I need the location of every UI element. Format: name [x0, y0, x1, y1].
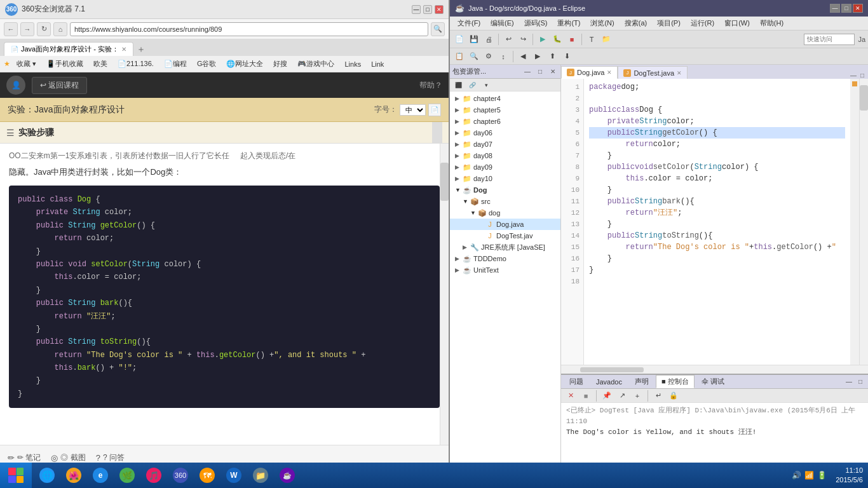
steps-scroll[interactable] [432, 122, 442, 143]
question-button[interactable]: ? ? 问答 [96, 452, 125, 463]
editor-scroll-thumb[interactable] [860, 85, 868, 111]
toolbar-redo[interactable]: ↪ [516, 32, 530, 46]
tree-day09[interactable]: ▶ 📁 day09 [450, 161, 560, 173]
tree-day07[interactable]: ▶ 📁 day07 [450, 139, 560, 150]
menu-refactor[interactable]: 重构(T) [552, 17, 585, 29]
pkg-collapse-all[interactable]: ⬛ [451, 78, 465, 92]
code-content[interactable]: package dog; public class Dog { private … [584, 79, 850, 365]
forward-button[interactable]: → [20, 22, 34, 36]
menu-run[interactable]: 运行(R) [686, 17, 719, 29]
toolbar-open-type[interactable]: T [585, 32, 599, 46]
toolbar2-btn4[interactable]: ↕ [496, 50, 510, 64]
bookmark-google[interactable]: G谷歌 [193, 58, 220, 70]
taskbar-browser[interactable]: 🌐 [34, 465, 60, 485]
quick-access-input[interactable] [804, 34, 855, 45]
editor-tab-dogtest[interactable]: J DogTest.java ✕ [618, 66, 688, 79]
editor-max-btn[interactable]: □ [859, 72, 865, 79]
back-button[interactable]: ← [4, 22, 18, 36]
toolbar2-btn7[interactable]: ⬆ [545, 50, 559, 64]
start-button[interactable] [0, 463, 32, 488]
console-scroll-lock-btn[interactable]: 🔒 [667, 389, 681, 403]
eclipse-close-button[interactable]: ✕ [853, 4, 863, 13]
bookmark-europe[interactable]: 欧美 [90, 58, 111, 70]
editor-min-btn[interactable]: — [849, 72, 858, 79]
toolbar-save[interactable]: 💾 [467, 32, 481, 46]
bookmark-coding[interactable]: 📄编程 [160, 58, 191, 70]
editor-tab-dog[interactable]: J Dog.java ✕ [561, 66, 618, 79]
address-bar[interactable] [70, 22, 428, 36]
taskbar-clock[interactable]: 11:10 2015/5/6 [831, 466, 868, 485]
console-maximize-btn[interactable]: □ [855, 377, 865, 387]
console-tab-console[interactable]: ■ 控制台 [656, 375, 695, 388]
search-button[interactable]: 🔍 [431, 22, 445, 36]
toolbar2-btn3[interactable]: ⚙ [482, 50, 496, 64]
new-tab-button[interactable]: ＋ [135, 43, 147, 56]
tab-close-button[interactable]: ✕ [121, 46, 126, 53]
console-clear-btn[interactable]: ✕ [564, 389, 578, 403]
tab-shiyanlou[interactable]: 📄 Java面向对象程序设计 - 实验： ✕ [4, 42, 133, 56]
toolbar2-btn6[interactable]: ▶ [531, 50, 545, 64]
code-view-button[interactable]: 📄 [428, 104, 441, 116]
scrollbar-thumb[interactable] [440, 163, 449, 201]
back-course-button[interactable]: 返回课程 [32, 77, 87, 94]
tree-day06[interactable]: ▶ 📁 day06 [450, 127, 560, 139]
tree-dogtest-java[interactable]: ▶ J DogTest.jav [450, 230, 560, 241]
toolbar-undo[interactable]: ↩ [501, 32, 515, 46]
tree-dog-project[interactable]: ▼ ☕ Dog [450, 184, 560, 196]
console-minimize-btn[interactable]: — [844, 377, 854, 387]
tree-jre[interactable]: ▶ 🔧 JRE系统库 [JavaSE] [450, 241, 560, 253]
systray-icon-2[interactable]: 📶 [804, 470, 814, 480]
toolbar-debug[interactable]: 🐛 [550, 32, 564, 46]
toolbar-open-resource[interactable]: 📁 [599, 32, 613, 46]
tree-day10[interactable]: ▶ 📁 day10 [450, 173, 560, 184]
console-open-btn[interactable]: ↗ [615, 389, 629, 403]
toolbar-stop[interactable]: ■ [565, 32, 579, 46]
toolbar2-btn1[interactable]: 📋 [452, 50, 466, 64]
tree-day08[interactable]: ▶ 📁 day08 [450, 150, 560, 161]
tab-close[interactable]: ✕ [677, 70, 682, 76]
close-button[interactable]: ✕ [435, 5, 444, 14]
taskbar-ie[interactable]: e [88, 465, 113, 485]
taskbar-eclipse[interactable]: ☕ [275, 465, 300, 485]
refresh-button[interactable]: ↻ [37, 22, 51, 36]
taskbar-files[interactable]: 📁 [248, 465, 273, 485]
systray-icon-3[interactable]: 🔋 [817, 470, 827, 480]
taskbar-music[interactable]: 🎵 [141, 465, 166, 485]
pkg-minimize-btn[interactable]: — [522, 67, 532, 77]
tree-chapter6[interactable]: ▶ 📁 chapter6 [450, 116, 560, 127]
bookmark-favorites[interactable]: 收藏 ▾ [13, 58, 40, 70]
menu-navigate[interactable]: 浏览(N) [585, 17, 619, 29]
content-scrollbar[interactable] [440, 144, 449, 445]
console-tab-javadoc[interactable]: Javadoc [590, 376, 628, 388]
bookmark-mobile[interactable]: 📱手机收藏 [43, 58, 87, 70]
menu-project[interactable]: 项目(P) [652, 17, 686, 29]
tree-chapter4[interactable]: ▶ 📁 chapter4 [450, 93, 560, 104]
menu-source[interactable]: 源码(S) [519, 17, 553, 29]
pkg-link-editor[interactable]: 🔗 [465, 78, 479, 92]
toolbar2-btn8[interactable]: ⬇ [560, 50, 574, 64]
menu-file[interactable]: 文件(F) [452, 17, 485, 29]
console-terminate-btn[interactable]: ■ [579, 389, 593, 403]
console-pin-btn[interactable]: 📌 [600, 389, 614, 403]
console-new-btn[interactable]: + [630, 389, 644, 403]
menu-help[interactable]: 帮助(H) [755, 17, 789, 29]
console-tab-debug[interactable]: 伞 调试 [696, 375, 730, 388]
perspective-java[interactable]: Ja [858, 36, 865, 43]
toolbar2-btn2[interactable]: 🔍 [467, 50, 481, 64]
help-link[interactable]: 帮助？ [419, 80, 442, 91]
menu-icon[interactable]: ☰ [6, 128, 15, 138]
console-wrap-btn[interactable]: ↵ [651, 389, 665, 403]
eclipse-minimize-button[interactable]: — [830, 4, 840, 13]
systray-icon-1[interactable]: 🔊 [791, 470, 801, 480]
editor-horizontal-scrollbar[interactable] [561, 365, 868, 374]
pkg-close-btn[interactable]: ✕ [548, 67, 558, 77]
toolbar-new[interactable]: 📄 [452, 32, 466, 46]
taskbar-flower[interactable]: 🌺 [61, 465, 86, 485]
menu-edit[interactable]: 编辑(E) [485, 17, 519, 29]
bookmark-link2[interactable]: Link [367, 59, 388, 69]
h-scroll-thumb[interactable] [580, 367, 644, 372]
bookmark-links[interactable]: Links [341, 59, 365, 69]
pkg-maximize-btn[interactable]: □ [535, 67, 545, 77]
toolbar-run[interactable]: ▶ [536, 32, 550, 46]
console-tab-problems[interactable]: 问题 [564, 375, 589, 388]
